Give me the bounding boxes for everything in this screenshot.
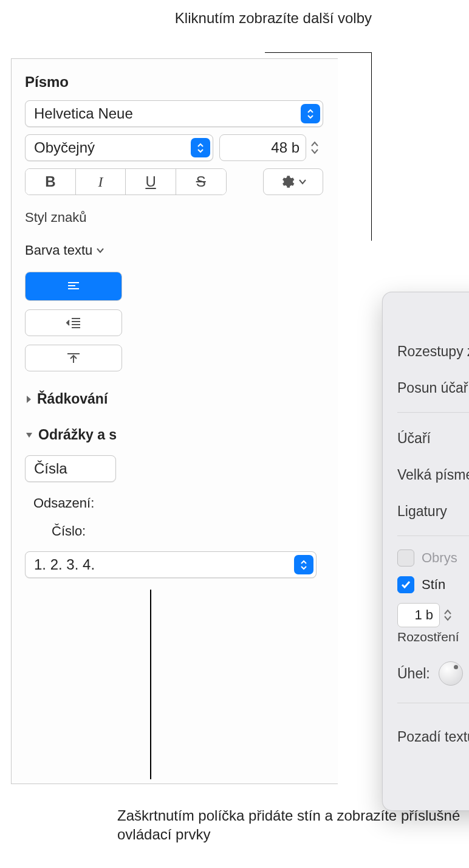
strikethrough-button[interactable]: S [176, 169, 226, 195]
popover-title: Pokročilé volby [397, 307, 469, 325]
indent-field-label: Odsazení: [33, 495, 323, 511]
callout-bottom-text: Zaškrtnutím políčka přidáte stín a zobra… [117, 806, 469, 844]
bold-button[interactable]: B [26, 169, 76, 195]
chevron-down-icon [298, 179, 307, 185]
font-family-value: Helvetica Neue [34, 105, 133, 122]
shadow-blur-stepper[interactable] [443, 609, 457, 621]
list-format-value: 1. 2. 3. 4. [34, 556, 95, 573]
valign-top-icon [66, 352, 81, 364]
list-format-popup[interactable]: 1. 2. 3. 4. [25, 551, 317, 578]
indent-icon [66, 317, 81, 329]
alignment-segment [25, 272, 122, 301]
shadow-angle-knob[interactable] [439, 661, 463, 686]
chevron-updown-icon [294, 555, 313, 574]
font-size-field[interactable]: 48 b [219, 134, 306, 161]
baseline-shift-label: Posun účaří [397, 380, 469, 396]
shadow-blur-field[interactable]: 1 b [397, 603, 440, 627]
bullets-lists-label: Odrážky a s [38, 427, 117, 443]
vertical-align-top-button[interactable] [25, 345, 122, 371]
text-color-row[interactable]: Barva textu [25, 243, 323, 258]
chevron-down-icon [96, 247, 104, 253]
font-section-title: Písmo [25, 74, 323, 91]
list-type-popup[interactable]: Čísla [25, 455, 116, 482]
shadow-checkbox[interactable] [397, 576, 414, 593]
advanced-options-popover: Pokročilé volby Rozestupy znaků 3 % Posu… [382, 292, 469, 811]
align-left-button[interactable] [26, 272, 122, 300]
list-type-value: Čísla [34, 460, 67, 477]
chevron-updown-icon [301, 104, 320, 123]
chevron-updown-icon [191, 138, 210, 157]
number-field-label: Číslo: [52, 523, 323, 539]
line-spacing-disclosure[interactable]: Řádkování [25, 391, 323, 407]
font-family-popup[interactable]: Helvetica Neue [25, 100, 323, 127]
outline-label: Obrys [422, 550, 457, 566]
format-inspector: Písmo Helvetica Neue Obyčejný 48 b [11, 58, 338, 784]
chevron-right-icon [25, 394, 32, 404]
font-style-popup[interactable]: Obyčejný [25, 134, 213, 161]
font-size-stepper[interactable] [310, 140, 323, 155]
shadow-blur-label: Rozostření [397, 630, 459, 644]
text-format-segment: B I U S [25, 168, 227, 195]
bullets-lists-disclosure[interactable]: Odrážky a s [25, 427, 323, 443]
char-spacing-label: Rozestupy znaků [397, 343, 469, 360]
capitalization-label: Velká písmena [397, 467, 469, 483]
indent-button[interactable] [25, 309, 122, 336]
underline-button[interactable]: U [126, 169, 176, 195]
text-background-label: Pozadí textu [397, 729, 469, 745]
text-color-label: Barva textu [25, 243, 92, 258]
outline-checkbox[interactable] [397, 549, 414, 567]
callout-bottom: Zaškrtnutím políčka přidáte stín a zobra… [117, 806, 469, 844]
italic-button[interactable]: I [76, 169, 126, 195]
line-spacing-label: Řádkování [37, 391, 108, 407]
character-style-label: Styl znaků [25, 210, 323, 226]
gear-icon [279, 174, 295, 190]
baseline-label: Účaří [397, 430, 431, 447]
ligatures-label: Ligatury [397, 503, 447, 520]
callout-top-text: Kliknutím zobrazíte další volby [175, 9, 372, 27]
callout-top: Kliknutím zobrazíte další volby [175, 9, 372, 27]
shadow-label: Stín [422, 577, 445, 593]
shadow-angle-label: Úhel: [397, 666, 430, 682]
font-style-value: Obyčejný [34, 139, 95, 156]
advanced-options-button[interactable] [263, 168, 323, 195]
chevron-down-icon [25, 432, 33, 439]
